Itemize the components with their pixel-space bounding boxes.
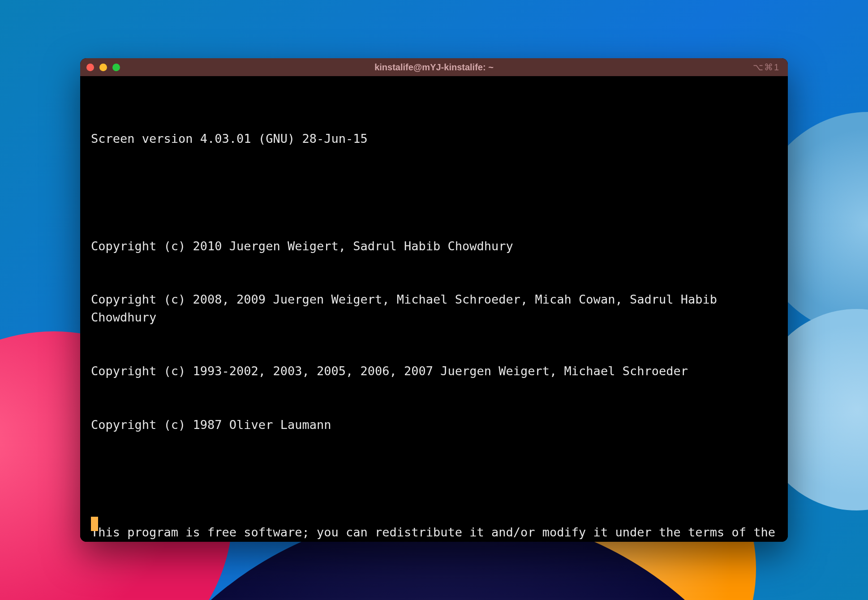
titlebar-shortcut-indicator: ⌥⌘1 bbox=[753, 62, 780, 73]
terminal-cursor bbox=[91, 517, 98, 531]
terminal-line: Copyright (c) 1993-2002, 2003, 2005, 200… bbox=[91, 362, 777, 380]
terminal-line: Copyright (c) 2010 Juergen Weigert, Sadr… bbox=[91, 237, 777, 255]
minimize-button[interactable] bbox=[99, 64, 107, 71]
terminal-body[interactable]: Screen version 4.03.01 (GNU) 28-Jun-15 C… bbox=[80, 76, 788, 542]
window-title: kinstalife@mYJ-kinstalife: ~ bbox=[374, 62, 494, 73]
terminal-blank-line bbox=[91, 184, 777, 201]
terminal-line: Copyright (c) 1987 Oliver Laumann bbox=[91, 416, 777, 434]
terminal-line: Screen version 4.03.01 (GNU) 28-Jun-15 bbox=[91, 130, 777, 148]
terminal-window: kinstalife@mYJ-kinstalife: ~ ⌥⌘1 Screen … bbox=[80, 58, 788, 542]
titlebar[interactable]: kinstalife@mYJ-kinstalife: ~ ⌥⌘1 bbox=[80, 58, 788, 76]
terminal-line: Copyright (c) 2008, 2009 Juergen Weigert… bbox=[91, 291, 777, 326]
close-button[interactable] bbox=[86, 64, 94, 71]
terminal-blank-line bbox=[91, 470, 777, 488]
traffic-lights bbox=[86, 64, 120, 71]
terminal-line: This program is free software; you can r… bbox=[91, 523, 777, 542]
maximize-button[interactable] bbox=[112, 64, 120, 71]
